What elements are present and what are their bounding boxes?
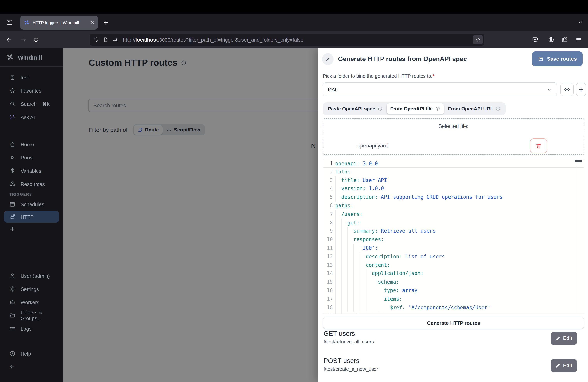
- indent-guide: [366, 278, 366, 286]
- sidebar-item-workers[interactable]: Workers: [0, 296, 63, 309]
- new-tab-button[interactable]: [103, 19, 109, 25]
- edit-button-label: Edit: [563, 363, 572, 368]
- info-icon[interactable]: [181, 60, 187, 66]
- sidebar-item-search[interactable]: Search⌘k: [0, 97, 63, 110]
- sidebar-item-plus[interactable]: [0, 223, 63, 236]
- tab-from-openapi-url[interactable]: From OpenAPI URL: [444, 104, 504, 114]
- permissions-icon[interactable]: [112, 37, 118, 42]
- sidebar-item-folders-groups[interactable]: Folders & Groups...: [0, 309, 63, 322]
- list-all-tabs-button[interactable]: [578, 14, 583, 31]
- indent-guide: [384, 303, 384, 312]
- sidebar-item-schedules[interactable]: Schedules: [0, 198, 63, 211]
- reload-button[interactable]: [31, 35, 41, 44]
- menu-button[interactable]: [574, 35, 583, 44]
- preview-folder-button[interactable]: [560, 83, 574, 96]
- bookmark-button[interactable]: [473, 35, 483, 44]
- sidebar-item-arrowl[interactable]: [0, 360, 63, 373]
- line-number: 8: [323, 218, 333, 227]
- code-line-5[interactable]: 5description: API supporting CRUD operat…: [323, 193, 584, 202]
- route-icon: [138, 127, 143, 132]
- code-line-14[interactable]: 14application/json:: [323, 269, 584, 278]
- indent-guide: [341, 261, 342, 269]
- indent-guide: [359, 253, 360, 261]
- indent-guide: [347, 253, 348, 261]
- code-text: /users:: [341, 210, 363, 219]
- indent-guide: [335, 235, 336, 244]
- firefox-view-button[interactable]: [4, 17, 15, 28]
- calendar-icon: [9, 201, 16, 207]
- account-button[interactable]: [546, 35, 556, 44]
- arrow-left-icon: [6, 36, 12, 43]
- code-line-9[interactable]: 9summary: Retrieve all users: [323, 227, 584, 235]
- tab-close-button[interactable]: [90, 20, 94, 24]
- generate-routes-button[interactable]: Generate HTTP routes: [323, 317, 584, 329]
- edit-route-button[interactable]: Edit: [551, 332, 577, 345]
- sidebar-item-user-admin[interactable]: User (admin): [0, 269, 63, 282]
- code-line-11[interactable]: 11'200':: [323, 244, 584, 253]
- code-line-1[interactable]: 1openapi: 3.0.0: [323, 159, 584, 168]
- home-icon: [9, 141, 16, 148]
- code-line-6[interactable]: 6paths:: [323, 202, 584, 210]
- code-text: content:: [366, 261, 390, 269]
- sidebar-item-logs[interactable]: Logs: [0, 322, 63, 335]
- code-line-17[interactable]: 17items:: [323, 295, 584, 303]
- save-icon: [538, 56, 544, 62]
- code-line-18[interactable]: 18$ref: '#/components/schemas/User': [323, 303, 584, 312]
- indent-guide: [341, 227, 342, 235]
- code-line-10[interactable]: 10responses:: [323, 235, 584, 244]
- route-title: POST users: [324, 357, 584, 365]
- indent-guide: [341, 312, 342, 314]
- indent-guide: [359, 303, 360, 312]
- url-text[interactable]: http://localhost:3000/routes?filter_path…: [123, 37, 473, 42]
- sidebar-item-settings[interactable]: Settings: [0, 282, 63, 296]
- sidebar-item-home[interactable]: Home: [0, 138, 63, 151]
- code-text: paths:: [335, 202, 354, 210]
- sidebar-item-runs[interactable]: Runs: [0, 151, 63, 164]
- code-line-15[interactable]: 15schema:: [323, 278, 584, 286]
- add-folder-button[interactable]: [576, 83, 586, 96]
- filter-option-route[interactable]: Route: [134, 125, 163, 135]
- code-text: '200':: [359, 244, 378, 253]
- sidebar-item-resources[interactable]: Resources: [0, 177, 63, 191]
- pocket-button[interactable]: [530, 35, 540, 44]
- code-line-13[interactable]: 13content:: [323, 261, 584, 269]
- sidebar-item-favorites[interactable]: Favorites: [0, 84, 63, 97]
- sidebar-item-ask-ai[interactable]: Ask AI: [0, 110, 63, 124]
- search-input[interactable]: [88, 99, 324, 112]
- remove-file-button[interactable]: [530, 138, 547, 153]
- sidebar-item-variables[interactable]: Variables: [0, 164, 63, 177]
- tab-from-openapi-file[interactable]: From OpenAPI file: [386, 104, 444, 114]
- browser-tab[interactable]: HTTP triggers | Windmill: [20, 15, 98, 29]
- drawer-close-button[interactable]: [322, 53, 334, 65]
- indent-guide: [347, 303, 348, 312]
- line-number: 9: [323, 227, 333, 235]
- save-routes-button[interactable]: Save routes: [532, 51, 583, 66]
- sidebar-item-help[interactable]: Help: [0, 347, 63, 360]
- code-line-12[interactable]: 12description: List of users: [323, 253, 584, 261]
- back-button[interactable]: [4, 35, 14, 44]
- code-line-4[interactable]: 4version: 1.0.0: [323, 185, 584, 193]
- browser-toolbar: http://localhost:3000/routes?filter_path…: [0, 31, 588, 48]
- tab-paste-openapi-spec[interactable]: Paste OpenAPI spec: [324, 104, 386, 114]
- shield-icon[interactable]: [94, 37, 99, 42]
- code-line-2[interactable]: 2info:: [323, 168, 584, 176]
- code-line-3[interactable]: 3title: User API: [323, 176, 584, 185]
- brand[interactable]: Windmill: [0, 48, 63, 66]
- indent-guide: [366, 269, 366, 278]
- editor-scrollbar-thumb[interactable]: [575, 160, 582, 162]
- filter-option-script-flow[interactable]: Script/Flow: [163, 125, 204, 135]
- folder-select[interactable]: test: [323, 83, 557, 96]
- edit-route-button[interactable]: Edit: [551, 359, 577, 372]
- code-line-16[interactable]: 16type: array: [323, 286, 584, 295]
- forward-button[interactable]: [19, 35, 28, 44]
- openapi-code-editor[interactable]: 1openapi: 3.0.02info:3title: User API4ve…: [323, 159, 584, 314]
- sidebar-item-label: Runs: [21, 155, 32, 160]
- code-line-8[interactable]: 8get:: [323, 218, 584, 227]
- sidebar-item-http[interactable]: HTTP: [4, 211, 59, 223]
- extensions-button[interactable]: [560, 35, 569, 44]
- code-line-7[interactable]: 7/users:: [323, 210, 584, 219]
- code-line-19[interactable]: 19post:: [323, 312, 584, 314]
- url-bar[interactable]: http://localhost:3000/routes?filter_path…: [90, 34, 484, 45]
- page-info-icon[interactable]: [103, 37, 108, 42]
- sidebar-item-test[interactable]: test: [0, 71, 63, 84]
